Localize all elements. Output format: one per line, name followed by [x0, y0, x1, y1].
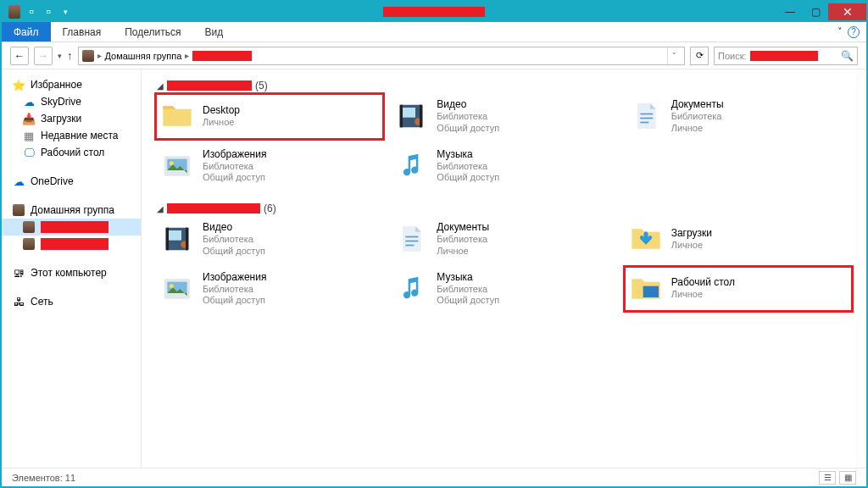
- svg-rect-18: [406, 245, 415, 247]
- sidebar-desktop[interactable]: 🖵Рабочий стол: [2, 144, 141, 161]
- group-2-count: (6): [264, 202, 276, 214]
- sidebar-thispc[interactable]: 🖳Этот компьютер: [2, 264, 141, 281]
- maximize-button[interactable]: ▢: [803, 3, 828, 20]
- search-icon[interactable]: 🔍: [841, 50, 854, 62]
- item-name: Видео: [437, 98, 499, 111]
- video-icon: [160, 222, 194, 256]
- tab-view[interactable]: Вид: [192, 22, 235, 42]
- close-button[interactable]: ✕: [828, 3, 866, 20]
- item-subtitle: Библиотека: [437, 161, 499, 173]
- breadcrumb-seg-1[interactable]: Домашняя группа: [105, 51, 182, 61]
- explorer-window: ▫ ▫ ▾ — ▢ ✕ Файл Главная Поделиться Вид …: [2, 2, 866, 486]
- sidebar-network[interactable]: 🖧Сеть: [2, 293, 141, 310]
- up-button[interactable]: ↑: [67, 49, 73, 62]
- sidebar-homegroup[interactable]: Домашняя группа: [2, 202, 141, 219]
- item-name: Изображения: [203, 148, 266, 161]
- sidebar-user-1[interactable]: [2, 219, 141, 236]
- download-icon: [629, 222, 663, 256]
- item-name: Рабочий стол: [671, 276, 735, 289]
- list-item[interactable]: ДокументыБиблиотекаЛичное: [391, 218, 616, 261]
- list-item[interactable]: Рабочий столЛичное: [626, 268, 851, 311]
- history-dropdown-icon[interactable]: ▾: [58, 52, 62, 60]
- sidebar-downloads[interactable]: 📥Загрузки: [2, 110, 141, 127]
- item-name: Документы: [437, 221, 489, 234]
- star-icon: ⭐: [12, 78, 25, 92]
- item-access: Общий доступ: [203, 295, 266, 307]
- refresh-button[interactable]: ⟳: [690, 47, 709, 65]
- sidebar-favorites[interactable]: ⭐Избранное: [2, 76, 141, 93]
- tab-home[interactable]: Главная: [51, 22, 114, 42]
- address-bar[interactable]: ▸ Домашняя группа ▸ ˅: [78, 47, 686, 65]
- qat-icon-2[interactable]: ▫: [42, 6, 54, 18]
- homegroup-icon: [12, 203, 25, 217]
- help-icon[interactable]: ?: [848, 26, 860, 38]
- item-name: Музыка: [437, 271, 499, 284]
- group-1-items: DesktopЛичноеВидеоБиблиотекаОбщий доступ…: [157, 95, 851, 187]
- view-details-icon[interactable]: ☰: [819, 471, 836, 485]
- content-pane: ◢ (5) DesktopЛичноеВидеоБиблиотекаОбщий …: [142, 69, 866, 468]
- item-subtitle: Библиотека: [203, 284, 266, 296]
- svg-rect-22: [643, 286, 658, 297]
- address-dropdown-icon[interactable]: ˅: [667, 47, 681, 64]
- list-item[interactable]: МузыкаБиблиотекаОбщий доступ: [391, 145, 616, 188]
- breadcrumb-icon: [82, 50, 94, 62]
- item-access: Общий доступ: [437, 295, 499, 307]
- breadcrumb-seg-2-redacted[interactable]: [192, 51, 252, 61]
- list-item[interactable]: МузыкаБиблиотекаОбщий доступ: [391, 268, 616, 311]
- group-header-2[interactable]: ◢ (6): [157, 199, 851, 218]
- ribbon-expand-icon[interactable]: ˅: [837, 26, 843, 37]
- qat-dropdown-icon[interactable]: ▾: [59, 6, 71, 18]
- svg-rect-3: [400, 105, 403, 128]
- list-item[interactable]: ЗагрузкиЛичное: [626, 218, 851, 261]
- qat-icon-1[interactable]: ▫: [25, 6, 37, 18]
- list-item[interactable]: ИзображенияБиблиотекаОбщий доступ: [157, 268, 382, 311]
- view-thumbnails-icon[interactable]: ▦: [839, 471, 856, 485]
- item-access: Общий доступ: [203, 246, 265, 258]
- status-bar: Элементов: 11 ☰ ▦: [2, 468, 866, 486]
- tab-file[interactable]: Файл: [2, 22, 51, 42]
- minimize-button[interactable]: —: [777, 3, 803, 20]
- ribbon-tabs: Файл Главная Поделиться Вид ˅ ?: [2, 22, 866, 42]
- back-button[interactable]: ←: [10, 47, 29, 65]
- list-item[interactable]: ДокументыБиблиотекаЛичное: [626, 95, 851, 138]
- chevron-right-icon: ▸: [185, 51, 189, 60]
- group-header-1[interactable]: ◢ (5): [157, 76, 851, 95]
- music-icon: [394, 149, 428, 183]
- list-item[interactable]: ИзображенияБиблиотекаОбщий доступ: [157, 145, 382, 188]
- item-access: Личное: [437, 246, 489, 258]
- list-item[interactable]: DesktopЛичное: [157, 95, 382, 138]
- item-name: Документы: [671, 98, 724, 111]
- music-icon: [394, 272, 428, 306]
- item-subtitle: Личное: [203, 117, 240, 129]
- collapse-icon[interactable]: ◢: [157, 204, 164, 214]
- tab-share[interactable]: Поделиться: [113, 22, 192, 42]
- sidebar-recent[interactable]: ▦Недавние места: [2, 127, 141, 144]
- sidebar-skydrive[interactable]: ☁SkyDrive: [2, 93, 141, 110]
- item-access: Общий доступ: [203, 172, 266, 184]
- group-1-name-redacted: [167, 80, 252, 91]
- list-item[interactable]: ВидеоБиблиотекаОбщий доступ: [391, 95, 616, 138]
- collapse-icon[interactable]: ◢: [157, 81, 164, 91]
- item-access: Личное: [671, 123, 724, 135]
- svg-rect-17: [406, 241, 419, 242]
- forward-button[interactable]: →: [34, 47, 53, 65]
- item-subtitle: Личное: [671, 289, 735, 301]
- titlebar: ▫ ▫ ▾ — ▢ ✕: [2, 2, 866, 22]
- avatar-icon: [22, 237, 36, 251]
- item-name: Музыка: [437, 148, 499, 161]
- item-subtitle: Библиотека: [203, 161, 266, 173]
- status-item-count: Элементов: 11: [12, 473, 75, 483]
- homegroup-icon: [8, 6, 20, 18]
- svg-rect-5: [640, 114, 653, 115]
- svg-rect-12: [169, 230, 181, 241]
- doc-icon: [629, 99, 663, 133]
- search-label: Поиск:: [718, 51, 747, 61]
- svg-rect-16: [406, 236, 419, 238]
- search-input[interactable]: Поиск: 🔍: [714, 47, 858, 65]
- list-item[interactable]: ВидеоБиблиотекаОбщий доступ: [157, 218, 382, 261]
- sidebar-onedrive[interactable]: ☁OneDrive: [2, 173, 141, 190]
- sidebar-user-2[interactable]: [2, 236, 141, 252]
- sidebar-user-2-redacted: [41, 238, 108, 250]
- item-name: Desktop: [203, 104, 240, 117]
- item-name: Изображения: [203, 271, 266, 284]
